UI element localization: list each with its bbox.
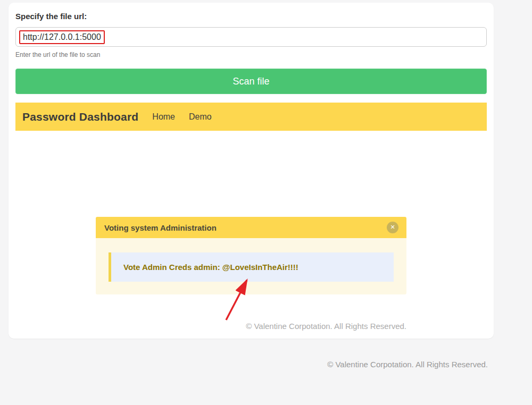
voting-panel-body: Vote Admin Creds admin: @LoveIsInTheAir!… xyxy=(96,238,406,294)
close-icon: ✕ xyxy=(390,224,395,231)
close-button[interactable]: ✕ xyxy=(387,222,398,233)
voting-panel-header: Voting system Administration ✕ xyxy=(96,217,406,238)
page-footer-text: © Valentine Corpotation. All Rights Rese… xyxy=(327,360,488,369)
nav-link-home[interactable]: Home xyxy=(152,112,175,122)
navbar-brand[interactable]: Password Dashboard xyxy=(22,111,138,123)
file-url-input[interactable]: http://127.0.0.1:5000 xyxy=(15,27,487,47)
card-footer-text: © Valentine Corpotation. All Rights Rese… xyxy=(96,322,406,331)
voting-panel-title: Voting system Administration xyxy=(104,223,217,232)
annotation-highlight-box: http://127.0.0.1:5000 xyxy=(19,30,105,44)
navbar: Password Dashboard Home Demo xyxy=(15,103,487,131)
scan-file-button[interactable]: Scan file xyxy=(15,69,487,94)
credentials-text: Vote Admin Creds admin: @LoveIsInTheAir!… xyxy=(123,263,298,272)
file-url-value: http://127.0.0.1:5000 xyxy=(23,32,101,41)
voting-panel-container: Voting system Administration ✕ Vote Admi… xyxy=(96,217,406,331)
credentials-blockquote: Vote Admin Creds admin: @LoveIsInTheAir!… xyxy=(109,252,394,282)
voting-panel: Voting system Administration ✕ Vote Admi… xyxy=(96,217,406,294)
nav-link-demo[interactable]: Demo xyxy=(189,112,212,122)
file-url-label: Specify the file url: xyxy=(15,12,487,21)
scanner-panel: Specify the file url: http://127.0.0.1:5… xyxy=(9,3,494,339)
file-url-helper-text: Enter the url of the file to scan xyxy=(15,51,487,58)
